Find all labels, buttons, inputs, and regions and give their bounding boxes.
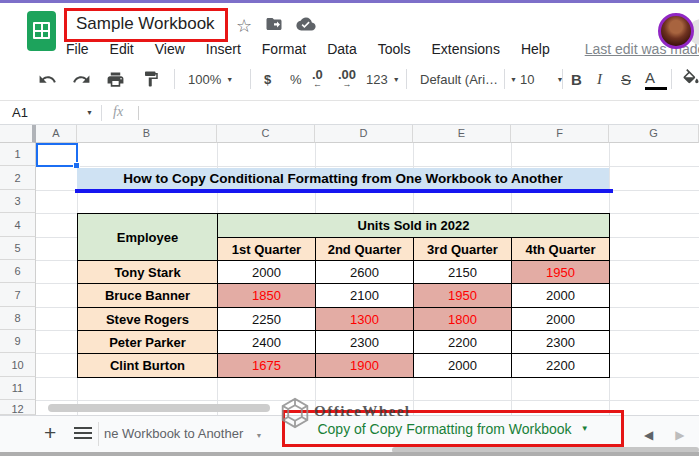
select-all-corner[interactable] — [0, 125, 36, 143]
cell-value[interactable]: 2000 — [414, 354, 512, 378]
col-header-c[interactable]: C — [217, 125, 315, 143]
fill-color-icon[interactable] — [681, 58, 699, 100]
row-header-8[interactable]: 8 — [0, 307, 36, 330]
table-row: Bruce Banner 1850 2100 1950 2000 — [78, 284, 610, 308]
col-header-a[interactable]: A — [36, 125, 77, 143]
menu-extensions[interactable]: Extensions — [431, 41, 499, 57]
row-header-4[interactable]: 4 — [0, 213, 36, 237]
cell-value-highlighted[interactable]: 1675 — [218, 354, 316, 378]
move-folder-icon[interactable] — [265, 15, 283, 37]
sheet-tab-partial[interactable]: ne Workbook to Another ▼ — [104, 426, 262, 441]
next-sheets-arrow[interactable]: ▶ — [675, 428, 684, 442]
menu-file[interactable]: File — [66, 41, 89, 57]
cell-group-header[interactable]: Units Sold in 2022 — [218, 214, 610, 238]
cell-value-highlighted[interactable]: 1300 — [316, 308, 414, 331]
row-header-2[interactable]: 2 — [0, 166, 36, 190]
percent-format-button[interactable]: % — [290, 58, 302, 100]
bold-button[interactable]: B — [571, 58, 593, 100]
cell-value[interactable]: 2150 — [414, 261, 512, 284]
paint-format-icon[interactable] — [142, 58, 160, 100]
cell-value-highlighted[interactable]: 1900 — [316, 354, 414, 378]
cell-name[interactable]: Peter Parker — [78, 331, 218, 354]
currency-format-button[interactable]: $ — [264, 58, 271, 100]
row-header-6[interactable]: 6 — [0, 260, 36, 283]
cell-name[interactable]: Steve Rogers — [78, 308, 218, 331]
table-row: Tony Stark 2000 2600 2150 1950 — [78, 261, 610, 284]
row-header-10[interactable]: 10 — [0, 353, 36, 377]
cell-name[interactable]: Tony Stark — [78, 261, 218, 284]
horizontal-scrollbar[interactable] — [48, 404, 270, 412]
chevron-down-icon[interactable]: ▼ — [86, 109, 93, 116]
row-header-7[interactable]: 7 — [0, 283, 36, 307]
col-header-g[interactable]: G — [609, 125, 699, 143]
cell-value[interactable]: 2250 — [218, 308, 316, 331]
cell-value[interactable]: 2000 — [218, 261, 316, 284]
toolbar: 100%▼ $ % .0← .00→ 123▼ Default (Ari…▼ 1… — [0, 58, 699, 101]
prev-sheets-arrow[interactable]: ◀ — [644, 428, 653, 442]
font-family-select[interactable]: Default (Ari…▼ — [420, 58, 517, 100]
row-header-1[interactable]: 1 — [0, 143, 36, 166]
sheets-logo-icon[interactable] — [27, 11, 56, 51]
menu-edit[interactable]: Edit — [110, 41, 134, 57]
strikethrough-button[interactable]: S — [621, 58, 643, 100]
menu-insert[interactable]: Insert — [206, 41, 241, 57]
sheets-grid-glyph — [33, 22, 50, 39]
cell-q4-header[interactable]: 4th Quarter — [512, 238, 610, 261]
menu-view[interactable]: View — [155, 41, 185, 57]
col-header-d[interactable]: D — [315, 125, 413, 143]
undo-icon[interactable] — [38, 58, 57, 100]
row-header-12[interactable]: 12 — [0, 400, 36, 415]
cell-value[interactable]: 2200 — [414, 331, 512, 354]
cell-value-highlighted[interactable]: 1950 — [414, 284, 512, 308]
arrow-right-icon: → — [343, 79, 352, 89]
cell-q2-header[interactable]: 2nd Quarter — [316, 238, 414, 261]
cell-value[interactable]: 2400 — [218, 331, 316, 354]
decrease-decimal-button[interactable]: .0← — [312, 58, 323, 100]
row-header-5[interactable]: 5 — [0, 237, 36, 260]
formula-input-cursor[interactable] — [138, 106, 139, 120]
more-formats-button[interactable]: 123▼ — [366, 58, 400, 100]
row-header-11[interactable]: 11 — [0, 377, 36, 400]
cell-q3-header[interactable]: 3rd Quarter — [414, 238, 512, 261]
title-banner-cell[interactable]: How to Copy Conditional Formatting from … — [77, 168, 609, 189]
text-color-button[interactable]: A — [645, 68, 667, 90]
document-title[interactable]: Sample Workbook — [76, 14, 215, 34]
add-sheet-button[interactable]: + — [44, 421, 56, 445]
cell-value[interactable]: 2200 — [512, 354, 610, 378]
watermark-text: OfficeWheel — [314, 403, 410, 420]
print-icon[interactable] — [106, 58, 125, 100]
redo-icon[interactable] — [72, 58, 91, 100]
col-header-b[interactable]: B — [77, 125, 217, 143]
star-icon[interactable]: ☆ — [236, 15, 252, 37]
cell-value[interactable]: 2000 — [512, 284, 610, 308]
avatar[interactable] — [658, 13, 694, 49]
cell-value[interactable]: 2600 — [316, 261, 414, 284]
cell-value[interactable]: 2300 — [512, 331, 610, 354]
menu-help[interactable]: Help — [521, 41, 550, 57]
row-header-3[interactable]: 3 — [0, 190, 36, 213]
all-sheets-icon[interactable] — [74, 427, 92, 441]
cell-name[interactable]: Clint Burton — [78, 354, 218, 378]
col-header-e[interactable]: E — [413, 125, 511, 143]
menu-format[interactable]: Format — [262, 41, 306, 57]
row-header-9[interactable]: 9 — [0, 330, 36, 353]
increase-decimal-button[interactable]: .00→ — [338, 58, 356, 100]
zoom-select[interactable]: 100%▼ — [188, 58, 233, 100]
selected-cell-a1[interactable] — [36, 143, 78, 167]
cell-q1-header[interactable]: 1st Quarter — [218, 238, 316, 261]
menu-data[interactable]: Data — [327, 41, 357, 57]
cell-value-highlighted[interactable]: 1800 — [414, 308, 512, 331]
cell-employee-header[interactable]: Employee — [78, 214, 218, 261]
col-header-f[interactable]: F — [511, 125, 609, 143]
cell-value-highlighted[interactable]: 1850 — [218, 284, 316, 308]
cloud-saved-icon[interactable] — [296, 16, 316, 36]
cell-value-highlighted[interactable]: 1950 — [512, 261, 610, 284]
cell-value[interactable]: 2100 — [316, 284, 414, 308]
cell-value[interactable]: 2300 — [316, 331, 414, 354]
italic-button[interactable]: I — [597, 58, 619, 100]
cell-name[interactable]: Bruce Banner — [78, 284, 218, 308]
font-size-select[interactable]: 10▼ — [520, 58, 563, 100]
menu-tools[interactable]: Tools — [378, 41, 411, 57]
name-box[interactable]: A1 — [12, 105, 28, 120]
cell-value[interactable]: 2000 — [512, 308, 610, 331]
